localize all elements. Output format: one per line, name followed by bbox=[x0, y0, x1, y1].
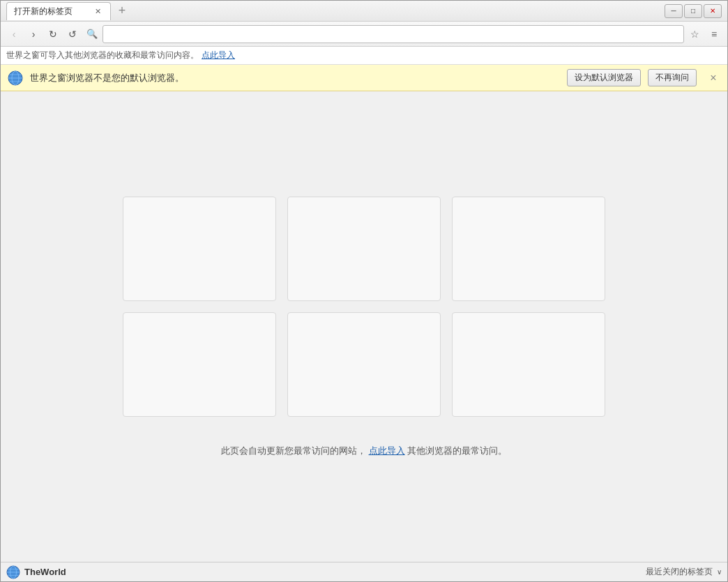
dismiss-button[interactable]: 不再询问 bbox=[648, 69, 697, 86]
notification-bar: 世界之窗浏览器不是您的默认浏览器。 设为默认浏览器 不再询问 × bbox=[1, 65, 727, 91]
speed-dial-area: 此页会自动更新您最常访问的网站， 点此导入 其他浏览器的最常访问。 bbox=[1, 91, 727, 562]
active-tab[interactable]: 打开新的标签页 ✕ bbox=[6, 2, 111, 20]
set-default-button[interactable]: 设为默认浏览器 bbox=[567, 69, 641, 86]
footer-suffix: 其他浏览器的最常访问。 bbox=[407, 445, 507, 456]
address-input[interactable] bbox=[103, 25, 684, 43]
tab-close-button[interactable]: ✕ bbox=[92, 6, 103, 17]
search-button[interactable]: 🔍 bbox=[83, 25, 101, 43]
brand-label: TheWorld bbox=[24, 567, 66, 577]
stop-icon: ↺ bbox=[68, 29, 77, 40]
new-tab-button[interactable]: + bbox=[114, 3, 130, 19]
refresh-button[interactable]: ↻ bbox=[44, 25, 62, 43]
tab-strip: 打开新的标签页 ✕ + bbox=[6, 2, 665, 20]
speed-dial-cell-2[interactable] bbox=[287, 197, 441, 301]
status-globe-icon bbox=[6, 565, 20, 579]
speed-dial-cell-4[interactable] bbox=[123, 312, 276, 417]
status-bar: TheWorld 最近关闭的标签页 ∨ bbox=[1, 562, 727, 581]
close-button[interactable]: ✕ bbox=[704, 4, 722, 18]
notif-globe-icon bbox=[8, 70, 23, 86]
import-bar: 世界之窗可导入其他浏览器的收藏和最常访问内容。 点此导入 bbox=[1, 47, 727, 65]
import-link[interactable]: 点此导入 bbox=[202, 49, 235, 61]
speed-dial-cell-3[interactable] bbox=[452, 197, 605, 301]
footer-import-link[interactable]: 点此导入 bbox=[369, 445, 405, 456]
speed-dial-cell-5[interactable] bbox=[287, 312, 441, 417]
speed-dial-grid bbox=[123, 197, 605, 417]
footer-text: 此页会自动更新您最常访问的网站， bbox=[221, 445, 366, 456]
menu-button[interactable]: ≡ bbox=[705, 25, 723, 43]
import-bar-text: 世界之窗可导入其他浏览器的收藏和最常访问内容。 bbox=[6, 49, 199, 61]
forward-icon: › bbox=[32, 29, 36, 40]
search-icon: 🔍 bbox=[86, 29, 98, 39]
main-content: 此页会自动更新您最常访问的网站， 点此导入 其他浏览器的最常访问。 bbox=[1, 91, 727, 562]
speed-dial-footer: 此页会自动更新您最常访问的网站， 点此导入 其他浏览器的最常访问。 bbox=[221, 445, 507, 457]
nav-right-buttons: ☆ ≡ bbox=[685, 25, 723, 43]
speed-dial-cell-1[interactable] bbox=[123, 197, 276, 301]
speed-dial-cell-6[interactable] bbox=[452, 312, 605, 417]
recent-tabs-label: 最近关闭的标签页 bbox=[646, 566, 713, 578]
maximize-button[interactable]: □ bbox=[684, 4, 702, 18]
favorites-button[interactable]: ☆ bbox=[685, 25, 704, 43]
back-button[interactable]: ‹ bbox=[5, 25, 23, 43]
recent-tabs-button[interactable]: 最近关闭的标签页 ∨ bbox=[646, 566, 722, 578]
forward-button[interactable]: › bbox=[24, 25, 43, 43]
navigation-bar: ‹ › ↻ ↺ 🔍 ☆ ≡ bbox=[1, 22, 727, 47]
minimize-button[interactable]: ─ bbox=[665, 4, 683, 18]
menu-icon: ≡ bbox=[711, 29, 717, 40]
star-icon: ☆ bbox=[690, 29, 699, 40]
back-icon: ‹ bbox=[13, 29, 16, 40]
tab-title: 打开新的标签页 bbox=[14, 6, 88, 17]
status-left: TheWorld bbox=[6, 565, 66, 579]
title-bar: 打开新的标签页 ✕ + ─ □ ✕ bbox=[1, 1, 727, 22]
notification-text: 世界之窗浏览器不是您的默认浏览器。 bbox=[30, 72, 560, 84]
refresh-icon: ↻ bbox=[49, 29, 57, 40]
notification-close-button[interactable]: × bbox=[706, 71, 720, 85]
stop-button[interactable]: ↺ bbox=[63, 25, 82, 43]
window-controls: ─ □ ✕ bbox=[665, 4, 722, 18]
dropdown-icon: ∨ bbox=[717, 568, 722, 576]
